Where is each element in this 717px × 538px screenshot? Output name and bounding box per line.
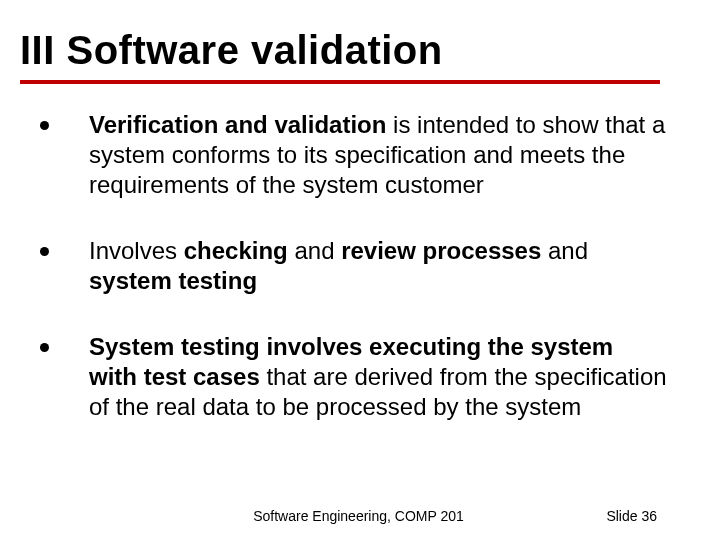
bullet-icon: [40, 247, 49, 256]
bullet-text: Involves checking and review processes a…: [89, 236, 667, 296]
list-item: System testing involves executing the sy…: [40, 332, 667, 422]
slide: III Software validation Verification and…: [0, 0, 717, 538]
bullet-text: Verification and validation is intended …: [89, 110, 667, 200]
bullet-text: System testing involves executing the sy…: [89, 332, 667, 422]
footer-slide-number: Slide 36: [606, 508, 657, 524]
list-item: Verification and validation is intended …: [40, 110, 667, 200]
title-underline: [20, 80, 660, 84]
slide-title: III Software validation: [20, 28, 697, 73]
list-item: Involves checking and review processes a…: [40, 236, 667, 296]
slide-label: Slide: [606, 508, 641, 524]
bullet-list: Verification and validation is intended …: [40, 110, 667, 458]
bullet-icon: [40, 343, 49, 352]
bullet-icon: [40, 121, 49, 130]
slide-number: 36: [641, 508, 657, 524]
